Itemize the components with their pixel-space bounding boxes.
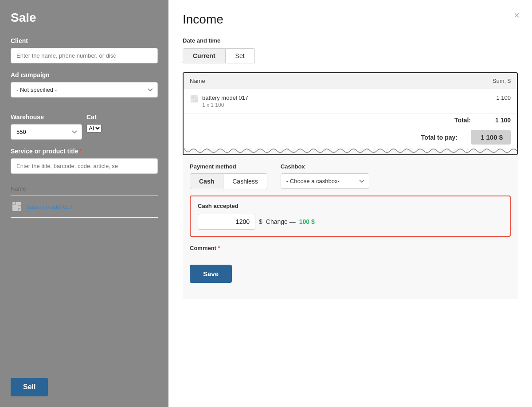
comment-section: Comment *	[190, 245, 511, 258]
client-label: Client	[11, 37, 158, 44]
sale-panel: Sale Client Ad campaign - Not specified …	[0, 0, 168, 407]
ad-campaign-select[interactable]: - Not specified -	[11, 82, 158, 98]
total-pay-row: Total to pay: 1 100 $	[184, 126, 517, 148]
income-modal: × Income Date and time Current Set Name …	[168, 0, 532, 407]
warehouse-label: Warehouse	[11, 113, 82, 121]
table-col-name: Name	[11, 185, 158, 192]
date-time-toggle: Current Set	[183, 48, 518, 63]
category-select[interactable]: Al	[86, 124, 102, 133]
receipt-item-detail: 1 x 1 100	[202, 102, 248, 108]
total-pay-label: Total to pay:	[421, 134, 458, 141]
payment-method-toggle: Cash Cashless	[190, 173, 267, 189]
svg-rect-0	[12, 202, 21, 211]
receipt-col-sum: Sum, $	[416, 73, 517, 89]
cashbox-col: Cashbox - Choose a cashbox-	[281, 163, 369, 189]
total-row: Total: 1 100	[184, 114, 517, 126]
ad-campaign-label: Ad campaign	[11, 71, 158, 78]
close-button[interactable]: ×	[514, 11, 520, 20]
change-text: Change —	[266, 218, 296, 225]
cashbox-label: Cashbox	[281, 163, 369, 170]
currency-label: $	[259, 218, 262, 225]
payment-method-col: Payment method Cash Cashless	[190, 163, 267, 189]
cash-input-row: $ Change — 100 $	[198, 214, 503, 230]
puzzle-icon	[11, 200, 23, 213]
modal-title: Income	[183, 12, 518, 27]
category-label: Cat	[86, 113, 158, 121]
receipt-col-name: Name	[184, 73, 416, 89]
cash-accepted-box: Cash accepted $ Change — 100 $	[190, 196, 511, 237]
receipt-item-row: battery model 017 1 x 1 100 1 100	[184, 89, 517, 114]
sale-title: Sale	[11, 11, 158, 25]
receipt-item-name: battery model 017	[202, 94, 248, 101]
total-pay-value: 1 100 $	[471, 130, 511, 145]
payment-row: Payment method Cash Cashless Cashbox - C…	[190, 163, 511, 189]
save-button[interactable]: Save	[190, 265, 232, 283]
cashbox-select[interactable]: - Choose a cashbox-	[281, 173, 369, 189]
receipt-item-sum: 1 100	[416, 89, 517, 114]
comment-label: Comment *	[190, 245, 511, 251]
btn-cashless[interactable]: Cashless	[223, 173, 267, 189]
receipt-puzzle-icon	[190, 94, 200, 104]
payment-section: Payment method Cash Cashless Cashbox - C…	[183, 155, 518, 299]
svg-rect-1	[191, 95, 198, 103]
change-value: 100 $	[299, 218, 315, 225]
payment-method-label: Payment method	[190, 163, 267, 170]
total-label: Total:	[454, 117, 471, 124]
btn-cash[interactable]: Cash	[190, 173, 223, 189]
receipt-table: Name Sum, $ battery model 017	[184, 73, 517, 114]
receipt-wavy-border	[183, 148, 518, 155]
cash-accepted-label: Cash accepted	[198, 203, 503, 209]
btn-set[interactable]: Set	[226, 48, 255, 63]
cash-accepted-input[interactable]	[198, 214, 255, 230]
product-input[interactable]	[11, 158, 158, 174]
product-label: Service or product title*	[11, 148, 158, 155]
client-input[interactable]	[11, 48, 158, 63]
btn-current[interactable]: Current	[183, 48, 226, 63]
sell-button[interactable]: Sell	[11, 378, 48, 396]
left-item-name: battery model 017	[27, 204, 73, 210]
warehouse-select[interactable]: 550	[11, 124, 82, 140]
receipt-box: Name Sum, $ battery model 017	[183, 72, 518, 148]
total-value: 1 100	[484, 117, 511, 124]
date-time-label: Date and time	[183, 37, 518, 44]
